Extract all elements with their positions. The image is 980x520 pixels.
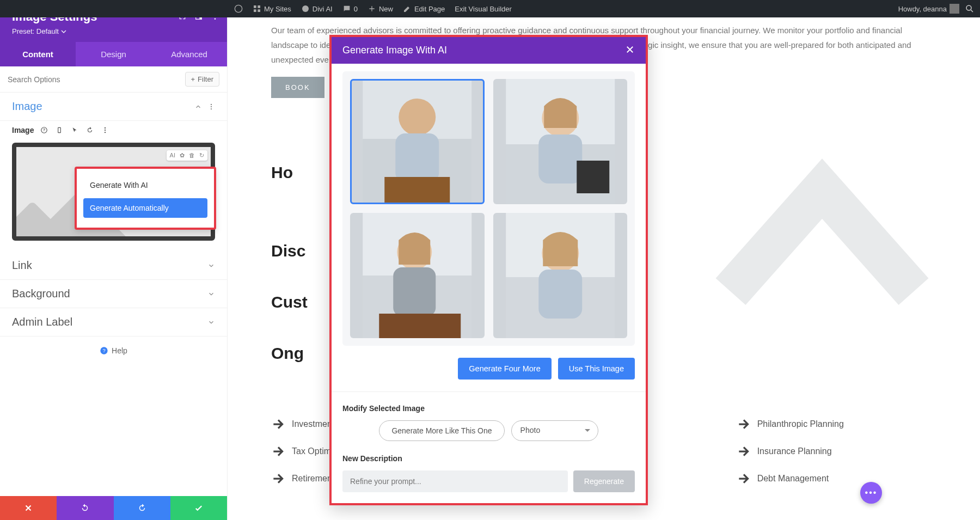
chevron-background-icon [708, 142, 936, 316]
comments-link[interactable]: 0 [342, 4, 358, 13]
image-preview-wrap: AI ✿ 🗑 ↻ Generate With AI Generate Autom… [12, 143, 215, 241]
generate-automatically-item[interactable]: Generate Automatically [83, 198, 207, 218]
tab-advanced[interactable]: Advanced [151, 42, 227, 66]
trash-icon[interactable]: 🗑 [189, 152, 195, 159]
section-admin-label[interactable]: Admin Label [0, 308, 227, 337]
svg-text:?: ? [102, 348, 105, 353]
use-this-image-button[interactable]: Use This Image [558, 358, 635, 380]
chevron-down-icon [61, 29, 66, 34]
svg-rect-37 [538, 270, 582, 319]
generated-images-grid [342, 71, 635, 346]
svg-point-1 [302, 5, 309, 12]
svg-rect-32 [393, 267, 436, 316]
description-input[interactable] [342, 470, 568, 492]
svg-point-16 [105, 132, 106, 133]
save-button[interactable] [170, 496, 227, 520]
modal-header: Generate Image With AI [332, 37, 646, 64]
exit-builder-link[interactable]: Exit Visual Builder [455, 5, 512, 13]
new-description-label: New Description [342, 454, 635, 463]
floating-action-button[interactable]: ••• [860, 482, 882, 504]
svg-rect-23 [384, 177, 450, 204]
svg-rect-13 [58, 127, 61, 132]
chevron-down-icon [207, 290, 215, 298]
generated-image-1[interactable] [350, 79, 485, 204]
mobile-icon[interactable] [54, 125, 64, 135]
svg-point-14 [105, 127, 106, 129]
settings-sidebar: Image Settings Preset: Default Content D… [0, 0, 228, 520]
arrow-right-icon [737, 472, 751, 486]
preset-selector[interactable]: Preset: Default [12, 27, 215, 35]
cancel-button[interactable] [0, 496, 57, 520]
generated-image-4[interactable] [493, 213, 628, 338]
chevron-up-icon [194, 103, 202, 111]
service-item: Debt Management [737, 472, 936, 486]
divi-ai-link[interactable]: Divi AI [301, 4, 333, 13]
refresh-icon[interactable]: ↻ [199, 152, 204, 159]
help-link[interactable]: ? Help [0, 337, 227, 365]
generated-image-3[interactable] [350, 213, 485, 338]
svg-rect-22 [395, 133, 439, 182]
svg-point-15 [105, 130, 106, 131]
more-vert-icon[interactable] [207, 103, 215, 111]
settings-icon[interactable]: ✿ [180, 152, 185, 159]
reset-icon[interactable] [85, 125, 95, 135]
help-icon[interactable]: ? [39, 125, 49, 135]
arrow-right-icon [737, 444, 751, 458]
new-link[interactable]: New [367, 4, 393, 13]
redo-button[interactable] [114, 496, 170, 520]
chevron-down-icon [207, 262, 215, 270]
svg-rect-33 [379, 314, 461, 338]
svg-rect-27 [538, 134, 582, 183]
arrow-right-icon [271, 444, 285, 458]
regenerate-button[interactable]: Regenerate [573, 470, 635, 492]
arrow-right-icon [271, 417, 285, 431]
my-sites-link[interactable]: My Sites [253, 4, 291, 13]
tab-content[interactable]: Content [0, 42, 76, 66]
service-item: Philanthropic Planning [737, 417, 936, 431]
generate-image-modal: Generate Image With AI Generate Four Mor… [329, 35, 648, 505]
tab-design[interactable]: Design [76, 42, 151, 66]
section-background[interactable]: Background [0, 280, 227, 308]
more-like-this-button[interactable]: Generate More Like This One [379, 420, 504, 441]
edit-page-link[interactable]: Edit Page [403, 4, 445, 13]
svg-point-21 [399, 99, 436, 136]
filter-button[interactable]: +Filter [185, 72, 219, 87]
service-item: Insurance Planning [737, 444, 936, 458]
svg-point-7 [215, 18, 216, 20]
sidebar-footer [0, 496, 227, 520]
arrow-right-icon [271, 472, 285, 486]
image-field-label-row: Image ? [0, 121, 227, 137]
svg-point-10 [211, 108, 212, 109]
wp-logo[interactable] [234, 4, 243, 13]
generate-four-more-button[interactable]: Generate Four More [458, 358, 551, 380]
preview-toolbar: AI ✿ 🗑 ↻ [167, 150, 207, 161]
arrow-right-icon [737, 417, 751, 431]
svg-point-9 [211, 106, 212, 107]
book-button[interactable]: BOOK [271, 77, 324, 98]
modify-label: Modify Selected Image [342, 404, 635, 413]
search-row: +Filter [0, 66, 227, 93]
generated-image-2[interactable] [493, 79, 628, 204]
section-link[interactable]: Link [0, 252, 227, 280]
search-input[interactable] [8, 75, 181, 84]
svg-text:?: ? [43, 128, 45, 132]
chevron-down-icon [207, 319, 215, 326]
svg-rect-28 [577, 161, 609, 193]
undo-button[interactable] [57, 496, 113, 520]
hover-icon[interactable] [70, 125, 79, 135]
ai-icon[interactable]: AI [170, 152, 175, 159]
close-button[interactable] [625, 45, 635, 56]
admin-search-icon[interactable] [965, 4, 975, 14]
svg-point-0 [235, 5, 242, 12]
modal-title: Generate Image With AI [342, 45, 447, 56]
section-image[interactable]: Image [0, 93, 227, 121]
generate-with-ai-item[interactable]: Generate With AI [83, 175, 207, 195]
avatar [950, 4, 959, 14]
sidebar-tabs: Content Design Advanced [0, 42, 227, 66]
svg-point-8 [211, 103, 212, 105]
wp-admin-bar: My Sites Divi AI 0 New Edit Page Exit Vi… [0, 0, 980, 17]
style-select[interactable]: Photo [511, 420, 598, 441]
howdy-user[interactable]: Howdy, deanna [898, 4, 959, 14]
more-vert-icon[interactable] [100, 125, 110, 135]
svg-point-2 [966, 5, 971, 10]
